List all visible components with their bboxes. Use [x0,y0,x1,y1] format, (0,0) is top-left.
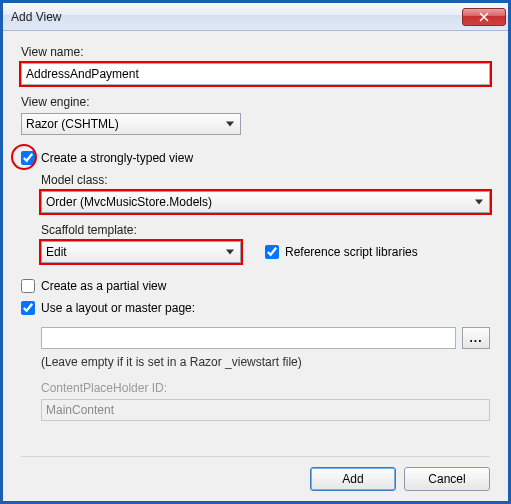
reference-scripts-label: Reference script libraries [285,245,418,259]
chevron-down-icon [226,122,234,127]
chevron-down-icon [475,200,483,205]
use-layout-checkbox[interactable] [21,301,35,315]
scaffold-combo[interactable]: Edit [41,241,241,263]
window-title: Add View [11,10,462,24]
model-class-label: Model class: [41,173,490,187]
dialog-body: View name: View engine: Razor (CSHTML) C… [3,31,508,501]
layout-hint: (Leave empty if it is set in a Razor _vi… [41,355,490,369]
view-engine-label: View engine: [21,95,490,109]
view-engine-value: Razor (CSHTML) [26,117,119,131]
close-button[interactable] [462,8,506,26]
view-name-input[interactable] [21,63,490,85]
model-class-value: Order (MvcMusicStore.Models) [46,195,212,209]
model-class-combo[interactable]: Order (MvcMusicStore.Models) [41,191,490,213]
cph-label: ContentPlaceHolder ID: [41,381,490,395]
close-icon [479,12,489,22]
strongly-typed-label: Create a strongly-typed view [41,151,193,165]
add-view-dialog: Add View View name: View engine: Razor (… [0,0,511,504]
partial-view-checkbox[interactable] [21,279,35,293]
reference-scripts-checkbox[interactable] [265,245,279,259]
strongly-typed-checkbox[interactable] [21,151,35,165]
titlebar: Add View [3,3,508,31]
chevron-down-icon [226,250,234,255]
view-name-label: View name: [21,45,490,59]
view-engine-combo[interactable]: Razor (CSHTML) [21,113,241,135]
cph-input [41,399,490,421]
browse-button[interactable]: ... [462,327,490,349]
cancel-button[interactable]: Cancel [404,467,490,491]
button-row: Add Cancel [21,456,490,491]
use-layout-label: Use a layout or master page: [41,301,195,315]
scaffold-value: Edit [46,245,67,259]
add-button[interactable]: Add [310,467,396,491]
layout-path-input[interactable] [41,327,456,349]
scaffold-label: Scaffold template: [41,223,490,237]
partial-view-label: Create as a partial view [41,279,166,293]
